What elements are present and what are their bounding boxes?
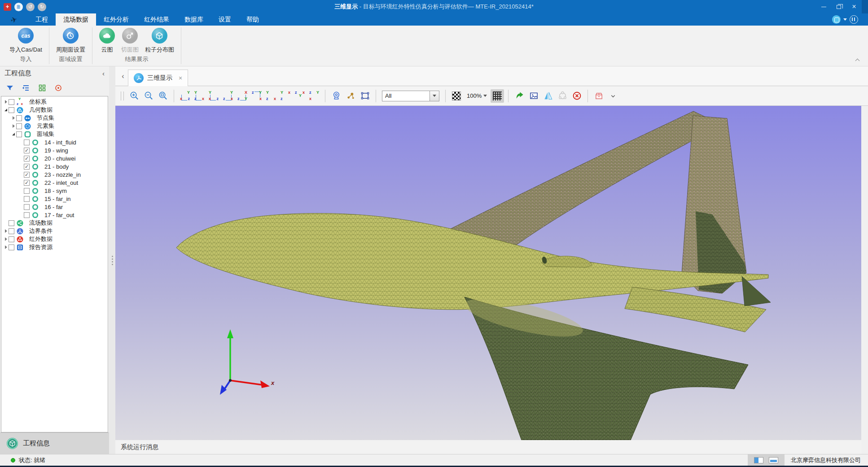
visibility-checkbox[interactable]: ✓ — [24, 164, 30, 170]
cancel-button[interactable] — [570, 89, 583, 103]
tree-item[interactable]: 18 - sym — [1, 187, 108, 195]
save-document-icon[interactable]: 🗎 — [14, 3, 23, 11]
expander-icon[interactable] — [3, 237, 9, 241]
view-orientation-button-8[interactable]: Yxz — [279, 89, 292, 103]
visibility-checkbox[interactable]: ✓ — [24, 156, 30, 161]
visibility-checkbox[interactable]: ✓ — [24, 148, 30, 153]
package-button[interactable] — [592, 89, 605, 103]
expander-icon[interactable] — [11, 133, 16, 135]
tree-item[interactable]: Yzx坐标系 — [1, 98, 108, 106]
manual-icon[interactable] — [850, 15, 858, 24]
molecule-button[interactable] — [344, 89, 357, 103]
tree-item[interactable]: ✓21 - body — [1, 162, 108, 170]
screen-style-icon[interactable] — [832, 15, 841, 24]
minimize-button[interactable] — [816, 1, 831, 12]
panel-splitter[interactable] — [109, 66, 115, 454]
layout-bottom-panel-icon[interactable] — [769, 457, 778, 463]
visibility-checkbox[interactable]: ✓ — [24, 180, 30, 186]
visibility-checkbox[interactable] — [24, 140, 30, 145]
ribbon-collapse-icon[interactable] — [855, 58, 860, 62]
expander-icon[interactable] — [11, 124, 16, 128]
expander-icon[interactable] — [3, 245, 9, 249]
visibility-checkbox[interactable] — [24, 196, 30, 202]
visibility-checkbox[interactable] — [24, 212, 30, 218]
tree-item[interactable]: 面域集 — [1, 130, 108, 138]
panel-collapse-icon[interactable]: ‹ — [102, 70, 105, 77]
view-orientation-button-4[interactable]: Yzx — [221, 89, 235, 103]
checkerboard-button[interactable] — [450, 89, 463, 103]
tree-item[interactable]: 14 - int_fluid — [1, 138, 108, 146]
view-orientation-button-10[interactable]: zxY — [307, 89, 321, 103]
camera-button[interactable] — [329, 89, 343, 103]
ribbon-button-cas[interactable]: cas导入Cas/Dat — [6, 28, 45, 54]
tab-close-icon[interactable]: × — [179, 74, 182, 82]
nodes-circle-button[interactable] — [556, 89, 569, 103]
locate-icon[interactable] — [54, 84, 63, 92]
menu-tab-1[interactable]: 流场数据 — [56, 13, 96, 26]
grid-icon[interactable] — [38, 84, 47, 92]
menu-tab-3[interactable]: 红外结果 — [136, 13, 177, 26]
display-filter-combobox[interactable]: All — [382, 91, 439, 101]
view-orientation-button-2[interactable]: Yzx — [193, 89, 206, 103]
visibility-checkbox[interactable]: ✓ — [24, 172, 30, 178]
zoom-fit-button[interactable] — [156, 89, 170, 103]
select-box-button[interactable] — [358, 89, 372, 103]
zoom-out-button[interactable] — [142, 89, 155, 103]
filter-icon[interactable] — [5, 84, 14, 92]
tree-item[interactable]: ✓23 - nozzle_in — [1, 170, 108, 179]
expander-icon[interactable] — [11, 116, 16, 120]
layout-left-panel-icon[interactable] — [754, 457, 763, 463]
expander-icon[interactable] — [3, 229, 9, 233]
visibility-checkbox[interactable] — [9, 244, 14, 250]
menu-tab-2[interactable]: 红外分析 — [96, 13, 136, 26]
chevron-down-button[interactable] — [606, 89, 620, 103]
close-button[interactable]: × — [846, 1, 862, 12]
tab-scroll-left-icon[interactable]: ‹ — [118, 72, 128, 80]
combobox-dropdown-icon[interactable] — [430, 91, 439, 101]
app-icon[interactable]: + — [4, 3, 11, 11]
ribbon-button-cloud[interactable]: 云图 — [96, 28, 118, 54]
share-arrow-button[interactable] — [513, 89, 526, 103]
outline-icon[interactable] — [22, 84, 31, 92]
visibility-checkbox[interactable] — [24, 188, 30, 194]
zoom-level-dropdown[interactable]: 100% — [464, 92, 490, 99]
redo-icon[interactable]: ↻ — [38, 3, 46, 11]
tree-item[interactable]: ✓22 - inlet_out — [1, 179, 108, 187]
ribbon-button-cube[interactable]: 粒子分布图 — [142, 28, 177, 54]
grid-button[interactable] — [491, 89, 504, 103]
viewport-3d[interactable]: x — [115, 106, 861, 440]
tree-item[interactable]: 红外数据 — [1, 235, 108, 243]
menu-tab-4[interactable]: 数据库 — [177, 13, 211, 26]
visibility-checkbox[interactable] — [16, 131, 22, 137]
tab-3d-display[interactable]: 三维显示 × — [128, 70, 188, 86]
view-orientation-button-1[interactable]: Yxz — [178, 89, 192, 103]
tree-item[interactable]: 流场数据 — [1, 219, 108, 227]
tree-item[interactable]: ✓20 - chuiwei — [1, 154, 108, 162]
toolbar-drag-handle[interactable] — [121, 92, 124, 100]
expander-icon[interactable] — [3, 100, 9, 104]
view-orientation-button-3[interactable]: Yxz — [207, 89, 220, 103]
tree-item[interactable]: 边界条件 — [1, 227, 108, 235]
maximize-button[interactable] — [831, 1, 846, 12]
ribbon-button-slice[interactable]: 切面图 — [118, 28, 142, 54]
tree-item[interactable]: 15 - far_in — [1, 195, 108, 203]
visibility-checkbox[interactable] — [9, 99, 14, 105]
mirror-button[interactable] — [541, 89, 555, 103]
tree-item[interactable]: 17 - far_out — [1, 211, 108, 219]
menu-tab-5[interactable]: 设置 — [211, 13, 239, 26]
tree-item[interactable]: 报告资源 — [1, 243, 108, 251]
bottom-tab-project-info[interactable]: 工程信息 — [0, 432, 109, 454]
menu-tab-6[interactable]: 帮助 — [239, 13, 267, 26]
visibility-checkbox[interactable] — [9, 107, 14, 113]
visibility-checkbox[interactable] — [24, 204, 30, 210]
tree-item[interactable]: 元素集 — [1, 122, 108, 130]
tree-item[interactable]: ✓19 - wing — [1, 146, 108, 154]
tree-item[interactable]: 几何数据 — [1, 106, 108, 114]
tree-item[interactable]: 节点集 — [1, 114, 108, 122]
undo-icon[interactable]: ↺ — [26, 3, 35, 11]
expander-icon[interactable] — [3, 109, 9, 111]
view-orientation-button-5[interactable]: XzY — [236, 89, 249, 103]
ribbon-button-clock[interactable]: 周期面设置 — [53, 28, 88, 54]
view-orientation-button-7[interactable]: Yzx — [264, 89, 278, 103]
view-orientation-button-9[interactable]: zYx — [293, 89, 307, 103]
